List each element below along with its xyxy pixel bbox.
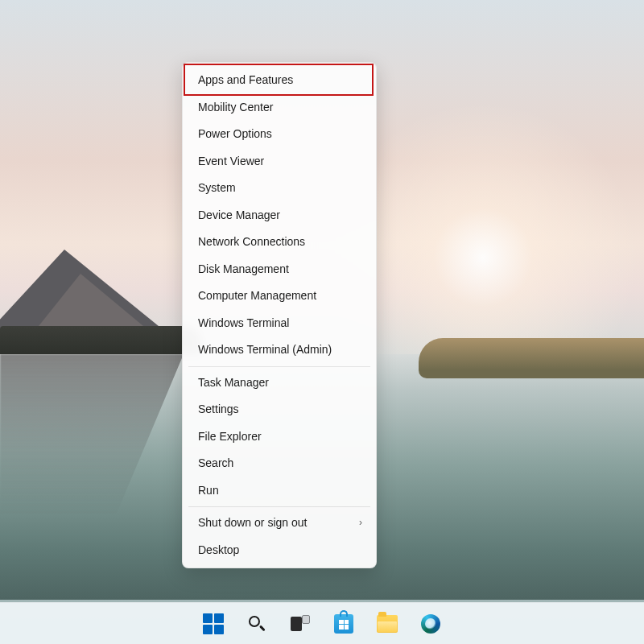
menu-item-search[interactable]: Search bbox=[185, 450, 374, 477]
microsoft-store-icon bbox=[334, 614, 353, 634]
menu-separator bbox=[188, 366, 370, 367]
menu-separator bbox=[188, 506, 370, 507]
file-explorer-icon bbox=[377, 615, 398, 633]
menu-item-disk-management[interactable]: Disk Management bbox=[185, 256, 374, 283]
menu-item-label: Network Connections bbox=[198, 235, 305, 250]
menu-item-settings[interactable]: Settings bbox=[185, 396, 374, 423]
menu-item-label: Shut down or sign out bbox=[198, 516, 307, 530]
taskbar-search-button[interactable] bbox=[241, 608, 273, 640]
menu-item-label: Event Viewer bbox=[198, 155, 264, 169]
menu-item-label: System bbox=[198, 181, 236, 196]
menu-item-label: Run bbox=[198, 484, 219, 498]
microsoft-edge-icon bbox=[421, 614, 440, 634]
menu-item-label: Windows Terminal bbox=[198, 316, 289, 331]
taskbar-start-button[interactable] bbox=[197, 608, 229, 640]
menu-item-label: Apps and Features bbox=[198, 73, 293, 88]
menu-item-mobility-center[interactable]: Mobility Center bbox=[185, 94, 374, 122]
menu-item-label: Search bbox=[198, 456, 233, 471]
menu-item-computer-management[interactable]: Computer Management bbox=[185, 283, 374, 310]
menu-item-label: Power Options bbox=[198, 127, 272, 142]
taskbar-microsoft-store-button[interactable] bbox=[328, 608, 360, 640]
windows-logo-icon bbox=[203, 613, 224, 634]
taskbar-task-view-button[interactable] bbox=[284, 608, 316, 640]
wallpaper-treeline bbox=[0, 326, 201, 354]
chevron-right-icon: › bbox=[359, 517, 362, 529]
menu-item-label: Desktop bbox=[198, 543, 239, 558]
menu-item-label: Mobility Center bbox=[198, 101, 273, 115]
menu-item-power-options[interactable]: Power Options bbox=[185, 121, 374, 148]
menu-item-label: Task Manager bbox=[198, 376, 269, 390]
menu-item-file-explorer[interactable]: File Explorer bbox=[185, 423, 374, 451]
winx-context-menu: Apps and FeaturesMobility CenterPower Op… bbox=[182, 62, 377, 568]
menu-item-desktop[interactable]: Desktop bbox=[185, 537, 374, 564]
menu-item-system[interactable]: System bbox=[185, 175, 374, 202]
menu-item-device-manager[interactable]: Device Manager bbox=[185, 202, 374, 229]
menu-item-task-manager[interactable]: Task Manager bbox=[185, 369, 374, 397]
menu-item-label: Disk Management bbox=[198, 262, 289, 277]
search-icon bbox=[248, 615, 266, 633]
task-view-icon bbox=[291, 615, 310, 633]
menu-item-shut-down-or-sign-out[interactable]: Shut down or sign out› bbox=[185, 510, 374, 537]
wallpaper-shore bbox=[419, 338, 644, 378]
menu-item-event-viewer[interactable]: Event Viewer bbox=[185, 148, 374, 175]
taskbar-microsoft-edge-button[interactable] bbox=[415, 608, 447, 640]
taskbar-file-explorer-button[interactable] bbox=[371, 608, 403, 640]
menu-item-label: File Explorer bbox=[198, 430, 262, 444]
menu-item-run[interactable]: Run bbox=[185, 477, 374, 505]
menu-item-apps-and-features[interactable]: Apps and Features bbox=[185, 67, 374, 94]
menu-item-label: Windows Terminal (Admin) bbox=[198, 343, 332, 357]
menu-item-windows-terminal-admin[interactable]: Windows Terminal (Admin) bbox=[185, 336, 374, 364]
menu-item-network-connections[interactable]: Network Connections bbox=[185, 229, 374, 256]
desktop-wallpaper[interactable]: Apps and FeaturesMobility CenterPower Op… bbox=[0, 0, 644, 644]
menu-item-label: Computer Management bbox=[198, 289, 316, 303]
taskbar bbox=[0, 602, 644, 644]
menu-item-windows-terminal[interactable]: Windows Terminal bbox=[185, 310, 374, 337]
menu-item-label: Settings bbox=[198, 402, 239, 417]
menu-item-label: Device Manager bbox=[198, 208, 280, 223]
